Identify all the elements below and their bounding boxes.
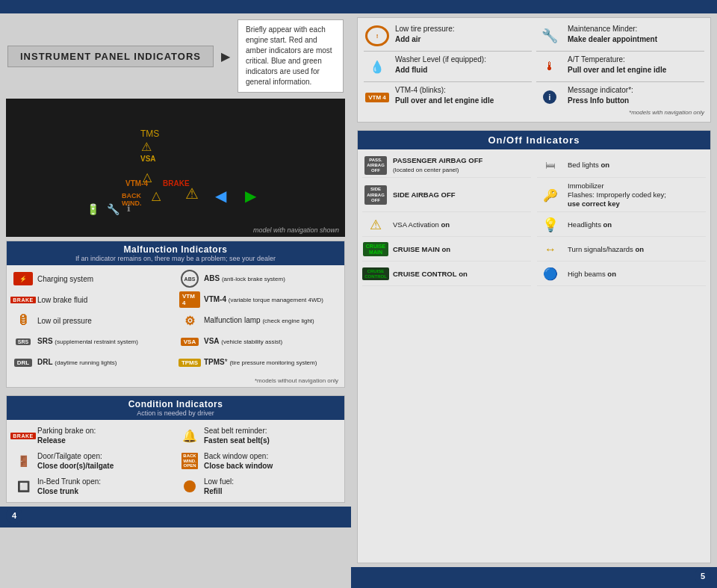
vsa-text: VSA (vehicle stability assist) (204, 336, 282, 346)
left-bottom-bar: 4 (0, 507, 351, 527)
onoff-row-passenger-airbag: PASS.AIRBAGOFF PASSENGER AIRBAG OFF(loca… (362, 154, 531, 178)
vtm4-icon: VTM 4 (179, 292, 200, 307)
oil-text: Low oil pressure (37, 316, 92, 326)
left-arrow-dash: ◀ (215, 187, 226, 205)
dashboard-area: TMS ⚠ VSA △ VTM-4 BRAKE BACKWIND. ⚠ △ ◀ … (6, 99, 345, 237)
charging-icon: ⚡ (13, 271, 34, 286)
condition-row: 🔲 In-Bed Trunk open:Close trunk (13, 475, 172, 498)
drl-icon: DRL (13, 355, 34, 370)
right-bottom-bar: 5 (351, 567, 717, 588)
high-beams-text: High beams on (568, 270, 616, 279)
onoff-row-high-beams: 🔵 High beams on (537, 263, 706, 286)
backwindow-text: Back window open:Close back window (204, 451, 273, 471)
fuel-text: Low fuel:Refill (204, 477, 234, 496)
headlights-icon-el: 💡 (537, 216, 564, 234)
warn-cell-maintenance: 🔧 Maintenance Minder:Make dealer appoint… (536, 24, 704, 48)
onoff-row-vsa: ⚠ VSA Activation on (362, 214, 531, 237)
passenger-airbag-text: PASSENGER AIRBAG OFF(located on center p… (393, 156, 482, 175)
seatbelt-text: Seat belt reminder:Fasten seat belt(s) (204, 426, 270, 445)
immobilizer-icon-el: 🔑 (537, 186, 564, 204)
onoff-section: On/Off Indicators PASS.AIRBAGOFF PASSENG… (357, 130, 711, 563)
vsa-icon: VSA (179, 334, 200, 349)
separator (536, 51, 704, 52)
condition-section: Condition Indicators Action is needed by… (6, 395, 345, 503)
warning-section: ! Low tire pressure:Add air 💧 Washer Lev… (357, 17, 711, 123)
tire-indicator: ⚠ (141, 140, 152, 154)
separator (364, 51, 532, 52)
triangle2: △ (152, 188, 161, 202)
maintenance-warn-icon: 🔧 (536, 24, 563, 48)
indicator-row: VSA VSA (vehicle stability assist) (179, 332, 338, 350)
warn-cell-tire: ! Low tire pressure:Add air (364, 24, 532, 48)
left-panel: INSTRUMENT PANEL INDICATORS ▶ Briefly ap… (0, 0, 351, 588)
washer-warn-text: Washer Level (if equipped):Add fluid (395, 55, 532, 75)
condition-row: Low fuel:Refill (179, 475, 338, 498)
turn-signals-text: Turn signals/hazards on (568, 245, 644, 254)
onoff-row-headlights: 💡 Headlights on (537, 214, 706, 237)
malfunction-note: *models without navigation only (7, 376, 344, 387)
indicator-row: BRAKE Low brake fluid (13, 291, 172, 309)
tpms-text: TPMS* (tire pressure monitoring system) (204, 357, 317, 367)
malfunction-title: Malfunction Indicators (13, 244, 338, 255)
indicator-row: ⚡ Charging system (13, 270, 172, 288)
vsa-activation-text: VSA Activation on (393, 220, 450, 229)
arrow-icon: ▶ (221, 49, 230, 64)
passenger-airbag-icon: PASS.AIRBAGOFF (362, 156, 389, 174)
cruise-main-text: CRUISE MAIN on (393, 245, 450, 254)
engine-text: Malfunction lamp (check engine light) (204, 315, 314, 325)
srs-text: SRS (supplemental restraint system) (37, 336, 138, 346)
left-top-bar (0, 0, 351, 13)
bed-lights-icon-el: 🛏 (537, 156, 564, 174)
dashboard-note: model with navigation shown (253, 226, 339, 234)
separator (364, 81, 532, 82)
info-dash: ℹ (127, 203, 131, 214)
warn-cell-washer: 💧 Washer Level (if equipped):Add fluid (364, 55, 532, 78)
attemp-warn-text: A/T Temperature:Pull over and let engine… (568, 55, 704, 75)
page-number-5: 5 (695, 568, 711, 584)
malfunction-content: ⚡ Charging system ABS ABS (anti-lock bra… (7, 265, 344, 376)
person-dash: ⚠ (185, 185, 199, 202)
onoff-row-turn-signals: ↔ Turn signals/hazards on (537, 238, 706, 261)
malfunction-header: Malfunction Indicators If an indicator r… (7, 241, 344, 265)
dashboard-icons: TMS ⚠ VSA △ VTM-4 BRAKE BACKWIND. ⚠ △ ◀ … (6, 99, 345, 237)
door-text: Door/Tailgate open:Close door(s)/tailgat… (37, 451, 114, 471)
condition-content: BRAKE Parking brake on:Release 🔔 Seat be… (7, 420, 344, 502)
condition-row: 🔔 Seat belt reminder:Fasten seat belt(s) (179, 424, 338, 447)
vtm4-warn-icon: VTM 4 (364, 85, 391, 109)
condition-title: Condition Indicators (13, 399, 338, 409)
backwindow-dash: BACKWIND. (122, 192, 142, 207)
indicator-row: ABS ABS (anti-lock brake system) (179, 270, 338, 288)
parking-brake-text: Parking brake on:Release (37, 426, 96, 445)
malfunction-section: Malfunction Indicators If an indicator r… (6, 241, 345, 388)
high-beams-icon-el: 🔵 (537, 265, 564, 283)
onoff-title: On/Off Indicators (358, 131, 710, 149)
vtm4-warn-text: VTM-4 (blinks):Pull over and let engine … (395, 85, 532, 106)
side-airbag-text: SIDE AIRBAG OFF (393, 191, 456, 199)
warning-left-col: ! Low tire pressure:Add air 💧 Washer Lev… (364, 24, 532, 109)
warning-inner: ! Low tire pressure:Add air 💧 Washer Lev… (364, 24, 704, 109)
washer-warn-icon: 💧 (364, 55, 391, 78)
title-note: Briefly appear with each engine start. R… (238, 19, 344, 93)
nav-note: *models with navigation only (364, 109, 704, 116)
info-warn-text: Message indicator*:Press Info button (568, 85, 704, 106)
indicator-row: DRL DRL (daytime running lights) (13, 353, 172, 371)
side-airbag-icon-el: SIDEAIRBAGOFF (362, 186, 389, 204)
main-container: INSTRUMENT PANEL INDICATORS ▶ Briefly ap… (0, 0, 717, 588)
indicator-row: TPMS TPMS* (tire pressure monitoring sys… (179, 353, 338, 371)
malfunction-subtitle: If an indicator remains on, there may be… (13, 255, 338, 262)
cruise-control-text: CRUISE CONTROL on (393, 270, 468, 279)
condition-row: BRAKE Parking brake on:Release (13, 424, 172, 447)
indicator-row: SRS SRS (supplemental restraint system) (13, 332, 172, 350)
condition-row: BACKWIND.OPEN Back window open:Close bac… (179, 450, 338, 472)
warn-cell-info: i Message indicator*:Press Info button (536, 85, 704, 109)
vsa-activation-icon: ⚠ (362, 216, 389, 234)
onoff-row-bed-lights: 🛏 Bed lights on (537, 154, 706, 178)
vtm4-text: VTM-4 (variable torque management 4WD) (204, 294, 323, 304)
abs-text: ABS (anti-lock brake system) (204, 273, 285, 283)
trunk-icon: 🔲 (13, 479, 34, 494)
vtm4-dash: VTM-4 (125, 179, 148, 188)
onoff-row-immobilizer: 🔑 ImmobilizerFlashes: Improperly coded k… (537, 179, 706, 212)
tire-warn-text: Low tire pressure:Add air (395, 24, 532, 45)
charging-text: Charging system (37, 274, 93, 284)
right-panel: ! Low tire pressure:Add air 💧 Washer Lev… (351, 0, 717, 588)
